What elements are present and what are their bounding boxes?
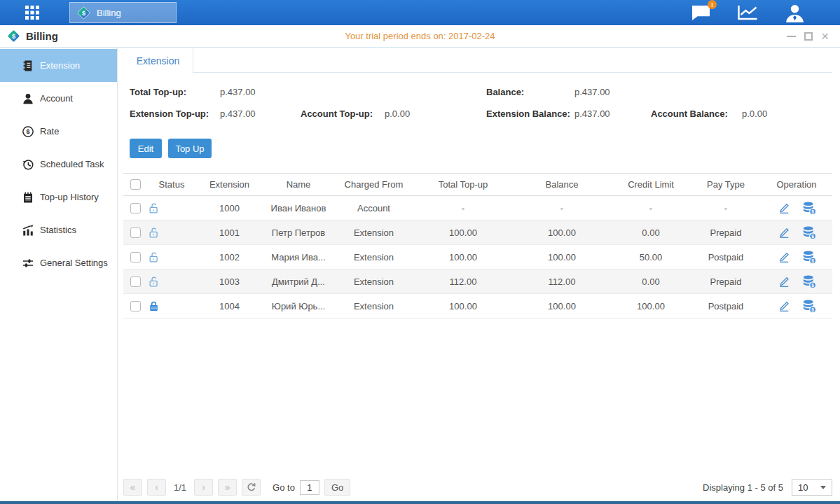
app-grid-icon	[25, 5, 40, 20]
extension-topup-label: Extension Top-up:	[130, 108, 220, 119]
lock-open-icon[interactable]	[148, 276, 195, 288]
col-pay-type[interactable]: Pay Type	[691, 174, 761, 196]
cell-charged-from: Extension	[334, 270, 413, 294]
sidebar-item-statistics[interactable]: Statistics	[0, 214, 117, 246]
row-checkbox[interactable]	[130, 276, 141, 287]
svg-text:$: $	[82, 9, 85, 16]
extensions-table: Status Extension Name Charged From Total…	[123, 173, 832, 318]
app-grid-button[interactable]	[25, 5, 40, 20]
topup-icon[interactable]: $	[802, 250, 817, 265]
edit-icon[interactable]	[777, 274, 791, 288]
close-icon[interactable]: ×	[821, 32, 829, 41]
cell-total-topup: -	[413, 196, 513, 220]
svg-text:$: $	[811, 307, 814, 312]
lock-open-icon[interactable]	[148, 227, 195, 239]
next-page-button[interactable]: ›	[194, 479, 213, 496]
cell-charged-from: Extension	[334, 220, 413, 245]
cell-total-topup: 112.00	[413, 270, 513, 294]
account-topup-value: p.0.00	[385, 108, 410, 119]
table-row: 1003Дмитрий Д...Extension112.00112.000.0…	[123, 270, 832, 294]
svg-text:$: $	[811, 233, 814, 239]
scheduled-task-icon	[21, 158, 35, 171]
table-row: 1001Петр ПетровExtension100.00100.000.00…	[123, 220, 832, 245]
statistics-icon	[21, 224, 35, 237]
notification-badge: !	[708, 0, 717, 9]
row-checkbox[interactable]	[130, 301, 141, 312]
col-name[interactable]: Name	[263, 174, 334, 196]
sidebar-item-scheduled-task[interactable]: Scheduled Task	[0, 148, 117, 181]
cell-credit-limit: 100.00	[611, 294, 691, 318]
sidebar-item-label: Extension	[40, 60, 80, 71]
page-size-select[interactable]: 10	[792, 479, 832, 496]
extension-balance-label: Extension Balance:	[486, 108, 574, 119]
sidebar-item-account[interactable]: Account	[0, 82, 117, 115]
lock-closed-icon[interactable]	[148, 300, 195, 312]
topup-icon[interactable]: $	[802, 274, 817, 289]
page-size-value: 10	[798, 482, 808, 493]
topup-history-icon	[21, 191, 35, 204]
user-button[interactable]	[785, 4, 805, 22]
topup-icon[interactable]: $	[802, 225, 817, 240]
topbar-tab-label: Billing	[97, 8, 121, 18]
lock-open-icon[interactable]	[148, 251, 195, 263]
account-balance-value: p.0.00	[742, 108, 767, 119]
window-title: $ Billing	[6, 29, 58, 43]
edit-icon[interactable]	[777, 225, 791, 239]
col-charged-from[interactable]: Charged From	[334, 174, 413, 196]
svg-text:$: $	[811, 209, 814, 214]
sidebar-item-rate[interactable]: $Rate	[0, 115, 117, 148]
col-credit-limit[interactable]: Credit Limit	[611, 174, 691, 196]
top-up-button[interactable]: Top Up	[168, 139, 212, 158]
sidebar-item-label: Statistics	[40, 225, 76, 235]
minimize-icon[interactable]	[787, 36, 796, 37]
topup-icon[interactable]: $	[802, 201, 817, 216]
col-operation[interactable]: Operation	[761, 174, 832, 196]
cell-extension: 1000	[196, 196, 263, 220]
pagination-bar: « ‹ 1/1 › » Go to Go Displaying 1 - 5 of…	[123, 479, 832, 496]
col-extension[interactable]: Extension	[196, 174, 263, 196]
row-checkbox[interactable]	[130, 203, 141, 214]
cell-pay-type: Postpaid	[691, 294, 761, 318]
col-balance[interactable]: Balance	[513, 174, 611, 196]
window-title-text: Billing	[26, 30, 58, 42]
col-status[interactable]: Status	[147, 174, 196, 196]
topbar-tab-billing[interactable]: $ Billing	[69, 2, 177, 23]
last-page-button[interactable]: »	[218, 479, 237, 496]
sidebar-item-topup-history[interactable]: Top-up History	[0, 181, 117, 214]
tab-extension[interactable]: Extension	[123, 48, 193, 74]
goto-label: Go to	[273, 482, 295, 493]
lock-open-icon[interactable]	[148, 202, 195, 214]
cell-name: Мария Ива...	[263, 245, 334, 270]
cell-total-topup: 100.00	[413, 245, 513, 270]
cell-extension: 1001	[196, 220, 263, 245]
goto-page-input[interactable]	[300, 480, 319, 495]
reports-button[interactable]	[736, 4, 759, 21]
messages-button[interactable]: !	[691, 4, 711, 21]
first-page-button[interactable]: «	[123, 479, 142, 496]
col-total-topup[interactable]: Total Top-up	[413, 174, 513, 196]
edit-button[interactable]: Edit	[130, 139, 162, 158]
edit-icon[interactable]	[777, 201, 791, 215]
cell-credit-limit: 0.00	[611, 220, 691, 245]
window-titlebar: $ Billing Your trial period ends on: 201…	[0, 25, 840, 48]
cell-balance: 112.00	[513, 270, 611, 294]
row-checkbox[interactable]	[130, 227, 141, 238]
cell-total-topup: 100.00	[413, 220, 513, 245]
sidebar-item-general-settings[interactable]: General Settings	[0, 246, 117, 279]
tab-bar: Extension	[123, 48, 832, 73]
edit-icon[interactable]	[777, 250, 791, 264]
svg-text:$: $	[811, 258, 814, 263]
cell-charged-from: Account	[334, 196, 413, 220]
go-button[interactable]: Go	[324, 479, 350, 496]
row-checkbox[interactable]	[130, 252, 141, 262]
topup-icon[interactable]: $	[802, 299, 817, 314]
maximize-icon[interactable]	[804, 32, 813, 41]
edit-icon[interactable]	[777, 299, 791, 313]
prev-page-button[interactable]: ‹	[147, 479, 166, 496]
cell-extension: 1002	[196, 245, 263, 270]
select-all-checkbox[interactable]	[130, 179, 141, 190]
sidebar-item-extension[interactable]: Extension	[0, 49, 117, 82]
topbar: $ Billing !	[0, 0, 840, 25]
refresh-button[interactable]	[242, 479, 261, 496]
sidebar-item-label: Scheduled Task	[40, 159, 104, 169]
